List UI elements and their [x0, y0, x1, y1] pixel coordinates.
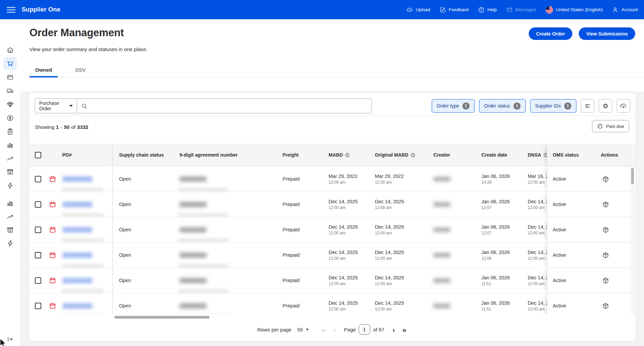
calendar-alert-icon[interactable] — [49, 251, 56, 259]
package-action-icon[interactable] — [602, 201, 609, 208]
view-submissions-button[interactable]: View Submissions — [579, 27, 635, 40]
sidebar-item-performance-2[interactable] — [3, 237, 17, 250]
po-number-link-redacted[interactable] — [63, 303, 92, 309]
filter-chip-order-status[interactable]: Order status 1 — [479, 99, 526, 113]
search-input[interactable] — [90, 99, 372, 113]
oms-status-value: Active — [547, 252, 595, 258]
dnsa-cell: Dec 14, 20 12:00 am — [522, 192, 547, 217]
next-page-button[interactable]: › — [391, 326, 396, 333]
row-checkbox[interactable] — [35, 277, 41, 284]
nav-messages[interactable]: Messages — [506, 6, 536, 13]
row-checkbox[interactable] — [35, 201, 41, 208]
nav-locale[interactable]: United States (English) — [545, 6, 603, 14]
row-checkbox[interactable] — [35, 252, 41, 258]
brand-logo[interactable]: Supplier One — [22, 6, 60, 13]
past-due-label: Past due — [606, 124, 624, 129]
po-number-link-redacted[interactable] — [63, 252, 92, 258]
calendar-alert-icon[interactable] — [49, 226, 56, 234]
past-due-button[interactable]: Past due — [592, 120, 629, 132]
info-icon[interactable] — [410, 153, 415, 158]
select-all-checkbox[interactable] — [35, 152, 41, 158]
horizontal-scrollbar-thumb[interactable] — [114, 316, 210, 319]
redaction-blur-ghost — [178, 188, 229, 191]
orders-card: Purchase Order Order type 1 Order status… — [29, 93, 636, 341]
po-number-link-redacted[interactable] — [63, 227, 92, 233]
nav-feedback-label: Feedback — [449, 7, 469, 12]
create-order-button[interactable]: Create Order — [529, 27, 573, 40]
download-button[interactable] — [617, 99, 630, 113]
dnsa-cell: Dec 14, 20 12:00 am — [522, 268, 547, 293]
sidebar-item-marketplace-2[interactable] — [3, 223, 17, 237]
sidebar-item-quality[interactable] — [3, 98, 17, 111]
table-settings-button[interactable]: ⚙ — [599, 99, 612, 113]
supply-chain-status-value: Open — [113, 293, 173, 315]
sidebar-item-payments[interactable] — [3, 111, 17, 125]
calendar-alert-icon[interactable] — [49, 277, 56, 284]
chip-label: Order type — [437, 103, 459, 109]
sidebar-item-growth-2[interactable] — [3, 210, 17, 224]
filter-chip-order-type[interactable]: Order type 1 — [432, 99, 475, 113]
sidebar-item-shipping[interactable] — [3, 84, 17, 97]
nav-upload[interactable]: Upload — [406, 6, 430, 13]
sidebar-item-home[interactable] — [3, 43, 17, 57]
po-number-link-redacted[interactable] — [63, 202, 92, 207]
sidebar-item-marketplace[interactable] — [3, 165, 17, 179]
package-action-icon[interactable] — [602, 302, 609, 309]
sidebar-item-reports[interactable] — [3, 125, 17, 138]
hamburger-menu-icon[interactable] — [7, 5, 16, 14]
package-action-icon[interactable] — [602, 252, 609, 259]
row-checkbox[interactable] — [35, 227, 41, 233]
info-icon[interactable] — [543, 153, 547, 158]
calendar-alert-icon[interactable] — [49, 175, 56, 183]
package-action-icon[interactable] — [602, 277, 609, 284]
row-checkbox[interactable] — [35, 303, 41, 309]
package-action-icon[interactable] — [602, 176, 609, 183]
tab-owned[interactable]: Owned — [29, 64, 58, 77]
tab-dsv[interactable]: DSV — [70, 64, 92, 77]
nav-account[interactable]: Account — [612, 6, 638, 13]
filter-chip-supplier-ids[interactable]: Supplier IDs 1 — [530, 99, 576, 113]
sidebar-item-performance[interactable] — [3, 179, 17, 192]
create-date-cell: Jan 06, 2026 11:51 — [475, 268, 522, 293]
package-action-icon[interactable] — [602, 226, 609, 233]
creator-redacted — [433, 228, 450, 232]
row-checkbox[interactable] — [35, 176, 41, 182]
creator-cell — [427, 217, 475, 242]
po-number-link-redacted[interactable] — [63, 278, 92, 283]
trend-line-icon — [6, 213, 14, 221]
sidebar-item-orders[interactable] — [3, 57, 17, 70]
redaction-blur-ghost — [62, 213, 104, 216]
vertical-scrollbar-thumb[interactable] — [631, 168, 634, 184]
page-input[interactable] — [359, 324, 370, 335]
last-page-button[interactable]: » — [401, 326, 408, 333]
po-number-link-redacted[interactable] — [63, 176, 92, 182]
rows-per-page-dropdown[interactable]: 50 — [297, 327, 309, 332]
person-icon — [612, 6, 619, 13]
nav-help[interactable]: Help — [478, 6, 497, 13]
sidebar-item-items[interactable] — [3, 70, 17, 84]
supply-chain-status-value: Open — [113, 243, 173, 268]
creator-redacted — [433, 304, 450, 308]
row-density-button[interactable] — [581, 99, 594, 113]
info-icon[interactable] — [345, 153, 350, 158]
first-page-button[interactable]: « — [320, 326, 327, 333]
previous-page-button[interactable]: ‹ — [332, 326, 337, 333]
creator-cell — [427, 293, 475, 315]
mabd-cell: Dec 14, 2025 12:00 am — [323, 268, 369, 293]
topbar: Supplier One Upload Feedback Help — [0, 0, 644, 19]
sidebar-item-analytics[interactable] — [3, 138, 17, 152]
search-type-dropdown[interactable]: Purchase Order — [35, 99, 77, 113]
nav-feedback[interactable]: Feedback — [439, 6, 469, 13]
page-label: Page — [344, 327, 356, 332]
calendar-alert-icon[interactable] — [49, 302, 56, 310]
sidebar-item-growth[interactable] — [3, 152, 17, 165]
redaction-blur-ghost — [178, 213, 229, 216]
freight-value: Prepaid — [277, 166, 323, 191]
home-icon — [6, 46, 14, 54]
filter-lines-icon — [584, 102, 591, 109]
calendar-alert-icon[interactable] — [49, 201, 56, 208]
supply-chain-status-value: Open — [113, 192, 173, 217]
us-flag-icon — [545, 6, 553, 14]
oms-status-value: Active — [547, 303, 595, 308]
sidebar-item-analytics-2[interactable] — [3, 197, 17, 210]
